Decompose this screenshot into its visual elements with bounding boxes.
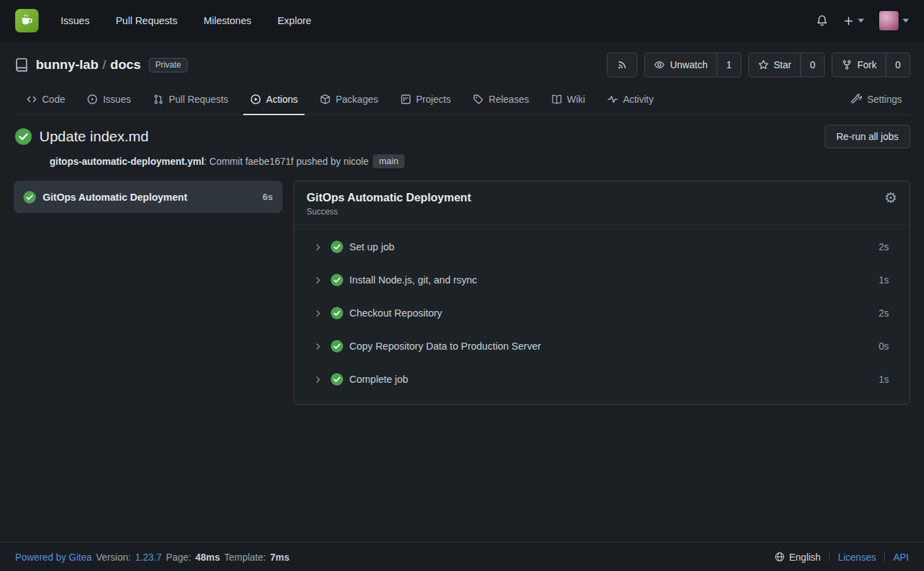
check-circle-icon (331, 373, 343, 385)
page-time-value: 48ms (195, 552, 220, 563)
chevron-right-icon[interactable] (314, 375, 322, 384)
version-label: Version: (96, 552, 131, 563)
actions-run-view: Update index.md Re-run all jobs gitops-a… (0, 115, 924, 542)
rss-icon (617, 59, 628, 70)
job-detail-header: GitOps Automatic Deployment Success ⚙ (294, 181, 910, 225)
chevron-right-icon[interactable] (314, 342, 322, 351)
tab-settings[interactable]: Settings (844, 86, 909, 115)
step-duration: 1s (879, 274, 889, 286)
tab-wiki[interactable]: Wiki (544, 86, 592, 115)
plus-icon (843, 16, 854, 26)
language-selector[interactable]: English (774, 552, 821, 563)
navbar-right (816, 11, 909, 30)
branch-badge[interactable]: main (373, 154, 404, 168)
create-new-menu-button[interactable] (843, 16, 864, 26)
tab-activity[interactable]: Activity (600, 86, 660, 115)
repo-tabs: Code Issues Pull Requests Actions (14, 86, 910, 115)
forks-count[interactable]: 0 (885, 53, 910, 77)
rss-feed-button[interactable] (608, 53, 637, 77)
git-fork-icon (841, 59, 852, 70)
repo-header: bunny-lab/docs Private (0, 41, 924, 115)
wrench-icon (851, 94, 862, 105)
step-name: Complete job (349, 374, 408, 385)
footer-left: Powered by Gitea Version: 1.23.7 Page: 4… (15, 552, 289, 563)
api-link[interactable]: API (893, 552, 909, 563)
tab-projects[interactable]: Projects (393, 86, 458, 115)
workflow-file-link[interactable]: gitops-automatic-deployment.yml (50, 156, 204, 167)
chevron-right-icon[interactable] (314, 309, 322, 318)
tab-label: Settings (867, 94, 902, 105)
tab-label: Code (42, 94, 65, 105)
step-row[interactable]: Complete job 1s (294, 363, 910, 396)
tab-label: Packages (336, 94, 378, 105)
step-duration: 2s (879, 308, 889, 319)
step-row[interactable]: Checkout Repository 2s (294, 297, 910, 330)
template-time-value: 7ms (270, 552, 289, 563)
bell-icon (816, 14, 828, 27)
step-row[interactable]: Copy Repository Data to Production Serve… (294, 330, 910, 363)
private-badge: Private (149, 58, 187, 72)
tag-icon (473, 94, 484, 105)
top-navbar: Issues Pull Requests Milestones Explore (0, 0, 924, 41)
watch-button-group: Unwatch 1 (644, 52, 741, 77)
code-icon (26, 94, 37, 105)
repo-icon (14, 57, 29, 72)
page: Issues Pull Requests Milestones Explore (0, 0, 924, 571)
globe-icon (774, 552, 785, 562)
fork-button[interactable]: Fork (832, 53, 885, 77)
tab-code[interactable]: Code (19, 86, 72, 115)
tab-pull-requests[interactable]: Pull Requests (146, 86, 235, 115)
repo-action-buttons: Unwatch 1 Star 0 (607, 52, 910, 77)
job-list: GitOps Automatic Deployment 6s (14, 181, 283, 213)
nav-item-explore[interactable]: Explore (278, 15, 311, 26)
tab-actions[interactable]: Actions (243, 86, 305, 115)
rerun-all-jobs-button[interactable]: Re-run all jobs (825, 125, 910, 148)
step-name: Set up job (349, 241, 394, 252)
watchers-count[interactable]: 1 (717, 53, 741, 77)
project-board-icon (400, 94, 411, 105)
language-label: English (789, 552, 821, 563)
job-list-item[interactable]: GitOps Automatic Deployment 6s (14, 181, 283, 213)
run-header: Update index.md Re-run all jobs (14, 125, 910, 148)
gitea-logo[interactable] (15, 9, 39, 32)
licenses-link[interactable]: Licenses (838, 552, 876, 563)
run-body: GitOps Automatic Deployment 6s GitOps Au… (14, 181, 910, 405)
version-link[interactable]: 1.23.7 (135, 552, 162, 563)
tab-issues[interactable]: Issues (80, 86, 137, 115)
nav-item-issues[interactable]: Issues (61, 15, 90, 26)
avatar (879, 11, 899, 30)
workflow-steps: Set up job 2s Install Node.js, git, and … (294, 225, 910, 404)
notifications-bell-button[interactable] (816, 14, 828, 27)
chevron-right-icon[interactable] (314, 243, 322, 252)
step-duration: 1s (879, 374, 889, 385)
star-button[interactable]: Star (749, 53, 801, 77)
nav-item-milestones[interactable]: Milestones (203, 15, 251, 26)
tab-releases[interactable]: Releases (466, 86, 535, 115)
step-name: Install Node.js, git, and rsync (349, 274, 477, 286)
tab-label: Releases (489, 94, 528, 105)
repo-owner-link[interactable]: bunny-lab (36, 57, 99, 72)
job-duration: 6s (263, 192, 273, 202)
tab-packages[interactable]: Packages (313, 86, 384, 115)
powered-by-gitea-link[interactable]: Powered by Gitea (15, 552, 92, 563)
footer: Powered by Gitea Version: 1.23.7 Page: 4… (0, 542, 924, 571)
nav-item-pull-requests[interactable]: Pull Requests (116, 15, 177, 26)
chevron-right-icon[interactable] (314, 276, 322, 285)
stars-count[interactable]: 0 (800, 53, 824, 77)
divider (884, 552, 885, 562)
repo-name-link[interactable]: docs (110, 57, 141, 72)
page-time-label: Page: (166, 552, 192, 563)
chevron-down-icon (903, 19, 909, 23)
template-time-label: Template: (224, 552, 266, 563)
unwatch-label: Unwatch (670, 59, 707, 70)
book-icon (551, 94, 562, 105)
step-row[interactable]: Set up job 2s (294, 230, 910, 263)
teacup-icon (19, 12, 35, 29)
step-row[interactable]: Install Node.js, git, and rsync 1s (294, 263, 910, 297)
commit-info-text: : Commit faebe1671f pushed by nicole (204, 156, 369, 167)
gear-icon[interactable]: ⚙ (884, 190, 897, 205)
unwatch-button[interactable]: Unwatch (645, 53, 716, 77)
rss-button-group (607, 52, 637, 77)
check-circle-icon (331, 241, 343, 253)
user-menu-button[interactable] (879, 11, 909, 30)
